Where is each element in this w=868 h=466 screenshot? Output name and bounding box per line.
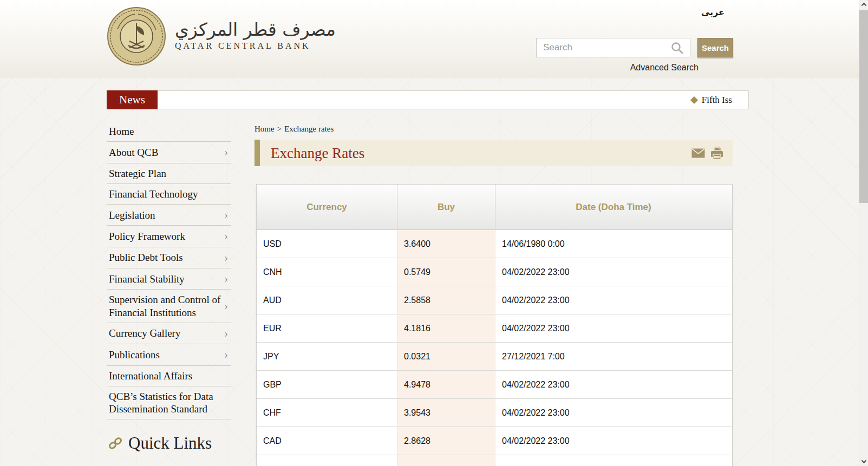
news-ticker-item[interactable]: Fifth Iss (702, 95, 732, 106)
sidebar-item-label: Financial Technology (109, 188, 198, 200)
bank-logo-link[interactable]: مصرف قطر المركزي QATAR CENTRAL BANK (107, 5, 336, 66)
page-scrollbar[interactable] (859, 0, 868, 466)
buy-cell: 2.8628 (397, 427, 495, 455)
quick-links-header[interactable]: Quick Links (107, 434, 231, 453)
sidebar-item-label: Publications (109, 349, 160, 361)
bank-name-english: QATAR CENTRAL BANK (175, 41, 336, 51)
date-cell: 04/02/2022 23:00 (495, 427, 732, 455)
sidebar-item-label: Supervision and Control of Financial Ins… (109, 293, 224, 318)
page-title: Exchange Rates (271, 145, 364, 161)
table-row: GBP4.947804/02/2022 23:00 (257, 371, 732, 399)
date-cell: 04/02/2022 23:00 (495, 314, 732, 342)
print-icon[interactable] (710, 146, 724, 160)
sidebar-item-international-affairs[interactable]: International Affairs (107, 366, 231, 386)
sidebar-item-supervision-and-control-of-financial-institutions[interactable]: Supervision and Control of Financial Ins… (107, 290, 231, 323)
chevron-right-icon: › (224, 208, 228, 221)
sidebar-item-legislation[interactable]: Legislation› (107, 205, 231, 226)
rates-table-header: CurrencyBuyDate (Doha Time) (257, 185, 732, 230)
sidebar-item-label: International Affairs (109, 370, 192, 382)
breadcrumb-item-home[interactable]: Home (254, 124, 275, 133)
currency-cell: CHF (257, 399, 397, 426)
table-row: AUD2.585804/02/2022 23:00 (257, 286, 732, 314)
sidebar-item-label: Legislation (109, 209, 155, 221)
sidebar-item-financial-stability[interactable]: Financial Stability› (107, 268, 231, 290)
diamond-bullet-icon (690, 96, 698, 103)
sidebar-item-label: About QCB (109, 146, 158, 159)
table-row: USD3.640014/06/1980 0:00 (257, 230, 732, 258)
bank-name-arabic: مصرف قطر المركزي (175, 21, 336, 40)
search-area: Search Advanced Search (536, 38, 742, 73)
breadcrumb-separator: > (277, 124, 282, 133)
breadcrumb-item-exchange-rates: Exchange rates (284, 124, 334, 133)
scrollbar-down-button[interactable] (859, 457, 868, 466)
chain-link-icon (108, 437, 123, 450)
search-input[interactable] (536, 38, 690, 57)
page-title-banner: Exchange Rates (254, 140, 733, 166)
scrollbar-thumb[interactable] (859, 10, 868, 203)
table-row: JPY0.032127/12/2021 7:00 (257, 343, 732, 371)
table-row: CAD2.862804/02/2022 23:00 (257, 427, 732, 455)
sidebar-item-strategic-plan[interactable]: Strategic Plan (107, 163, 231, 184)
sidebar-item-label: Public Debt Tools (109, 251, 183, 264)
sidebar-item-label: Policy Framework (109, 230, 185, 242)
date-cell: 04/02/2022 23:00 (495, 399, 732, 426)
sidebar-item-label: Currency Gallery (109, 327, 180, 339)
sidebar-item-label: Strategic Plan (109, 167, 166, 180)
bank-wordmark: مصرف قطر المركزي QATAR CENTRAL BANK (175, 21, 336, 51)
chevron-right-icon: › (224, 229, 228, 242)
currency-cell: JPY (257, 343, 397, 370)
chevron-right-icon: › (224, 327, 228, 340)
quick-links-title: Quick Links (128, 434, 212, 453)
chevron-up-icon (862, 3, 867, 8)
sidebar-item-financial-technology[interactable]: Financial Technology (107, 184, 231, 205)
sidebar-item-policy-framework[interactable]: Policy Framework› (107, 226, 231, 247)
sidebar-item-label: Financial Stability (109, 273, 185, 285)
advanced-search-link[interactable]: Advanced Search (536, 63, 699, 73)
date-cell: 04/02/2022 23:00 (495, 258, 732, 286)
buy-cell: 0.5749 (397, 258, 495, 286)
banner-accent-bar (254, 140, 260, 166)
chevron-right-icon: › (224, 146, 228, 159)
chevron-down-icon (862, 458, 867, 463)
site-header: عربى مصرف قطر المركزي QATAR CENTRAL BANK… (0, 0, 859, 77)
scrollbar-up-button[interactable] (859, 0, 868, 9)
buy-cell: 4.1816 (397, 314, 495, 342)
chevron-right-icon: › (224, 299, 228, 312)
sidebar-item-public-debt-tools[interactable]: Public Debt Tools› (107, 247, 231, 268)
currency-cell: GBP (257, 371, 397, 398)
column-header-date-doha-time: Date (Doha Time) (495, 185, 732, 229)
email-icon[interactable] (691, 148, 705, 158)
qcb-seal-icon (107, 5, 166, 66)
table-row-partial (257, 455, 732, 466)
currency-cell: USD (257, 230, 397, 258)
sidebar-item-about-qcb[interactable]: About QCB› (107, 142, 231, 163)
sidebar-item-home[interactable]: Home (107, 121, 231, 142)
breadcrumb: Home>Exchange rates (254, 124, 334, 134)
language-switch-link[interactable]: عربى (701, 7, 725, 17)
sidebar-item-label: QCB’s Statistics for Data Dissemination … (109, 390, 230, 415)
chevron-right-icon: › (224, 348, 228, 361)
currency-cell: EUR (257, 314, 397, 342)
news-label: News (107, 90, 158, 109)
sidebar-item-publications[interactable]: Publications› (107, 344, 231, 365)
date-cell: 04/02/2022 23:00 (495, 286, 732, 314)
currency-cell: AUD (257, 286, 397, 314)
date-cell: 27/12/2021 7:00 (495, 343, 732, 370)
currency-cell: CNH (257, 258, 397, 286)
table-row: EUR4.181604/02/2022 23:00 (257, 314, 732, 343)
sidebar-item-currency-gallery[interactable]: Currency Gallery› (107, 323, 231, 344)
chevron-right-icon: › (224, 272, 228, 285)
column-header-currency: Currency (257, 185, 397, 229)
currency-cell: CAD (257, 427, 397, 455)
news-ticker: Fifth Iss (158, 90, 749, 109)
search-button[interactable]: Search (697, 38, 733, 57)
date-cell: 04/02/2022 23:00 (495, 371, 732, 398)
news-bar: News Fifth Iss (107, 90, 749, 109)
sidebar-item-qcb-s-statistics-for-data-dissemination-standard[interactable]: QCB’s Statistics for Data Dissemination … (107, 386, 231, 419)
sidebar-nav: HomeAbout QCB›Strategic PlanFinancial Te… (107, 121, 231, 453)
buy-cell: 4.9478 (397, 371, 495, 398)
buy-cell: 2.5858 (397, 286, 495, 314)
buy-cell: 0.0321 (397, 343, 495, 370)
chevron-right-icon: › (224, 251, 228, 264)
buy-cell: 3.6400 (397, 230, 495, 258)
